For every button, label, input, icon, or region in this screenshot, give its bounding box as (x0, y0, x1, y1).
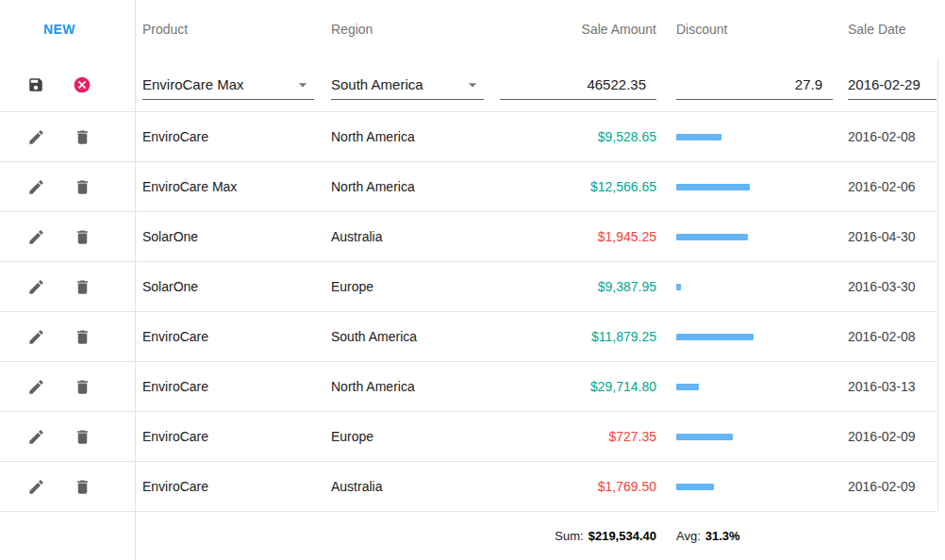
pencil-icon (27, 428, 45, 446)
discount-bar (676, 234, 748, 240)
edit-product-cell: EnviroCare Max (136, 70, 331, 100)
edit-sale-amount-cell: 46522.35 (500, 70, 656, 100)
sale-amount-cell: $11,879.25 (500, 329, 656, 344)
pencil-icon (27, 228, 45, 246)
sale-date-input-value: 2016-02-29 (848, 76, 920, 92)
discount-cell (676, 484, 833, 490)
sale-amount-input[interactable]: 46522.35 (500, 70, 656, 100)
avg-value: 31.3% (705, 529, 740, 543)
delete-row-button[interactable] (73, 327, 91, 346)
table-row: EnviroCare North America $9,528.65 2016-… (0, 111, 937, 161)
sale-date-cell: 2016-02-09 (848, 479, 937, 494)
column-header-sale-date[interactable]: Sale Date (848, 22, 937, 37)
trash-icon (74, 128, 91, 146)
sale-amount-cell: $1,945.25 (500, 229, 656, 244)
discount-bar (676, 134, 721, 140)
product-select-value: EnviroCare Max (142, 76, 244, 92)
edit-row-button[interactable] (26, 327, 45, 346)
cancel-button[interactable] (73, 75, 91, 94)
discount-cell (676, 284, 833, 290)
pencil-icon (27, 278, 45, 296)
delete-row-button[interactable] (73, 227, 91, 246)
table-row: SolarOne Europe $9,387.95 2016-03-30 (0, 261, 937, 311)
edit-sale-date-cell: 2016-02-29 (848, 70, 937, 100)
trash-icon (74, 328, 91, 346)
sale-date-cell: 2016-02-09 (848, 429, 937, 444)
trash-icon (74, 428, 91, 446)
edit-row-button[interactable] (26, 427, 45, 446)
avg-summary: Avg: 31.3% (676, 529, 833, 543)
product-select[interactable]: EnviroCare Max (142, 70, 314, 100)
discount-cell (676, 334, 833, 340)
delete-row-button[interactable] (73, 277, 91, 296)
sale-date-cell: 2016-03-13 (848, 379, 937, 394)
edit-row-button[interactable] (26, 177, 45, 196)
sale-date-input[interactable]: 2016-02-29 (848, 70, 937, 100)
table-row: EnviroCare Europe $727.35 2016-02-09 (0, 411, 937, 461)
sale-amount-input-value: 46522.35 (587, 76, 646, 92)
save-button[interactable] (26, 75, 45, 94)
sale-date-cell: 2016-02-08 (848, 329, 937, 344)
edit-row-button[interactable] (26, 127, 45, 146)
column-header-sale-amount[interactable]: Sale Amount (500, 22, 656, 37)
edit-row-button[interactable] (26, 277, 45, 296)
discount-input-value: 27.9 (795, 76, 822, 92)
actions-header-cell: NEW (0, 0, 136, 58)
cancel-icon (73, 75, 91, 94)
table-row: EnviroCare South America $11,879.25 2016… (0, 311, 937, 361)
product-cell: EnviroCare (136, 429, 331, 444)
product-cell: EnviroCare (136, 479, 331, 494)
edit-discount-cell: 27.9 (676, 70, 833, 100)
sum-value: $219,534.40 (589, 529, 656, 543)
delete-row-button[interactable] (73, 427, 91, 446)
trash-icon (74, 278, 91, 296)
discount-cell (676, 434, 833, 440)
delete-row-button[interactable] (73, 377, 91, 396)
discount-bar (676, 334, 754, 340)
region-select[interactable]: South America (331, 70, 484, 100)
discount-bar (676, 434, 733, 440)
edit-row: EnviroCare Max South America 46522.35 27… (0, 58, 937, 111)
pencil-icon (27, 378, 45, 396)
sale-amount-cell: $9,528.65 (500, 129, 656, 144)
region-cell: South America (331, 329, 500, 344)
region-cell: Australia (331, 229, 500, 244)
trash-icon (74, 178, 91, 196)
save-icon (27, 76, 44, 93)
sum-summary: Sum: $219,534.40 (500, 529, 656, 543)
sum-label: Sum: (555, 529, 583, 543)
sale-date-cell: 2016-02-06 (848, 179, 937, 194)
pencil-icon (27, 328, 45, 346)
sale-amount-cell: $1,769.50 (500, 479, 656, 494)
sale-amount-cell: $29,714.80 (500, 379, 656, 394)
edit-row-actions (0, 58, 136, 111)
trash-icon (74, 478, 91, 496)
region-select-value: South America (331, 76, 423, 92)
edit-row-button[interactable] (26, 377, 45, 396)
product-cell: SolarOne (136, 279, 331, 294)
delete-row-button[interactable] (73, 477, 91, 496)
product-cell: EnviroCare Max (136, 179, 331, 194)
pencil-icon (27, 178, 45, 196)
delete-row-button[interactable] (73, 127, 91, 146)
discount-input[interactable]: 27.9 (676, 70, 833, 100)
column-header-product[interactable]: Product (136, 22, 331, 37)
column-header-region[interactable]: Region (331, 22, 500, 37)
discount-cell (676, 184, 833, 190)
column-header-discount[interactable]: Discount (676, 22, 833, 37)
product-cell: EnviroCare (136, 129, 331, 144)
delete-row-button[interactable] (73, 177, 91, 196)
edit-row-button[interactable] (26, 227, 45, 246)
discount-bar (676, 184, 750, 190)
region-cell: North America (331, 179, 500, 194)
edit-row-button[interactable] (26, 477, 45, 496)
table-row: EnviroCare Australia $1,769.50 2016-02-0… (0, 461, 937, 511)
region-cell: North America (331, 379, 500, 394)
sale-date-cell: 2016-04-30 (848, 229, 937, 244)
product-cell: EnviroCare (136, 329, 331, 344)
discount-cell (676, 134, 833, 140)
discount-cell (676, 384, 833, 390)
new-record-button[interactable]: NEW (43, 22, 75, 37)
pencil-icon (27, 478, 45, 496)
sale-amount-cell: $9,387.95 (500, 279, 656, 294)
